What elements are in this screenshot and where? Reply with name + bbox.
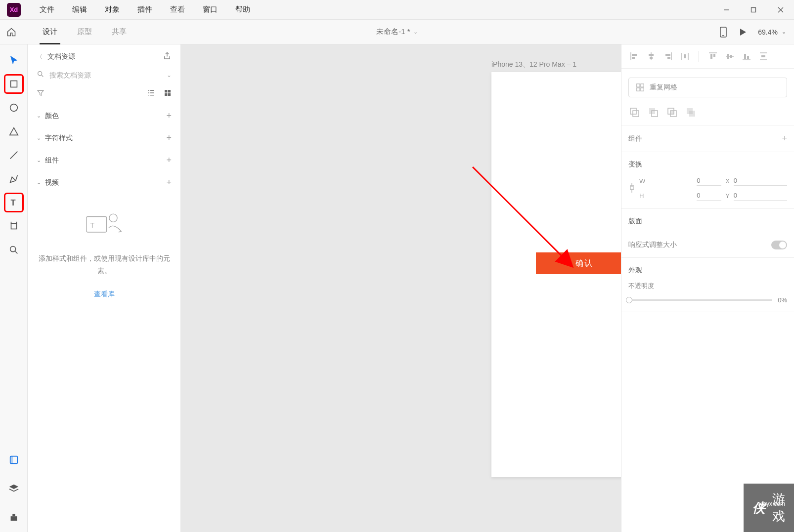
- add-icon[interactable]: +: [782, 133, 787, 144]
- svg-rect-48: [710, 54, 712, 59]
- minimize-button[interactable]: [712, 0, 740, 20]
- tab-share[interactable]: 共享: [102, 20, 136, 44]
- x-input[interactable]: 0: [734, 176, 787, 186]
- line-tool[interactable]: [4, 145, 24, 165]
- search-input[interactable]: [49, 71, 162, 79]
- filter-icon[interactable]: [37, 89, 44, 99]
- svg-rect-58: [761, 55, 765, 57]
- select-tool[interactable]: [4, 50, 24, 70]
- align-center-v-icon[interactable]: [724, 50, 736, 62]
- svg-rect-43: [667, 57, 670, 59]
- section-char-styles[interactable]: ⌄字符样式+: [28, 127, 180, 149]
- section-colors[interactable]: ⌄颜色+: [28, 105, 180, 127]
- section-video[interactable]: ⌄视频+: [28, 171, 180, 194]
- svg-rect-51: [727, 54, 729, 59]
- add-icon[interactable]: +: [166, 177, 172, 188]
- empty-state: T 添加样式和组件，或使用现有设计库中的元素。 查看库: [28, 194, 180, 316]
- svg-rect-10: [11, 224, 16, 229]
- align-center-h-icon[interactable]: [645, 50, 657, 62]
- chevron-down-icon: ⌄: [37, 157, 41, 164]
- menu-view[interactable]: 查看: [161, 0, 194, 20]
- menu-window[interactable]: 窗口: [194, 0, 226, 20]
- add-icon[interactable]: +: [166, 155, 172, 165]
- distribute-v-icon[interactable]: [757, 50, 769, 62]
- section-components[interactable]: ⌄组件+: [28, 149, 180, 171]
- text-tool[interactable]: T: [4, 193, 24, 212]
- menu-help[interactable]: 帮助: [226, 0, 259, 20]
- align-left-icon[interactable]: [628, 50, 640, 62]
- zoom-tool[interactable]: [4, 240, 24, 260]
- height-input[interactable]: 0: [697, 191, 721, 201]
- svg-rect-28: [168, 90, 171, 92]
- layers-panel-button[interactable]: [4, 479, 24, 498]
- menu-file[interactable]: 文件: [31, 0, 63, 20]
- home-button[interactable]: [0, 27, 23, 37]
- mobile-preview-icon[interactable]: [719, 27, 727, 38]
- boolean-ops: [621, 102, 794, 125]
- transform-label: 变换: [628, 160, 787, 169]
- add-icon[interactable]: +: [166, 133, 172, 143]
- confirm-button[interactable]: 确认: [536, 252, 621, 274]
- component-label: 组件: [628, 134, 642, 143]
- artboard-label[interactable]: iPhone 13、12 Pro Max – 1: [491, 60, 576, 69]
- align-right-icon[interactable]: [662, 50, 674, 62]
- pen-tool[interactable]: [4, 169, 24, 189]
- align-top-icon[interactable]: [707, 50, 719, 62]
- lock-icon[interactable]: [628, 182, 635, 195]
- plugins-panel-button[interactable]: [4, 507, 24, 527]
- search-icon: [37, 70, 44, 80]
- svg-rect-72: [630, 186, 633, 189]
- rectangle-tool[interactable]: [4, 74, 24, 94]
- list-view-icon[interactable]: [147, 89, 156, 99]
- share-icon[interactable]: [163, 51, 172, 62]
- add-icon[interactable]: +: [166, 111, 172, 121]
- menu-plugins[interactable]: 插件: [129, 0, 161, 20]
- menu-object[interactable]: 对象: [96, 0, 129, 20]
- svg-rect-1: [751, 7, 755, 12]
- chevron-down-icon: ⌄: [782, 29, 786, 35]
- document-title[interactable]: 未命名-1 * ⌄: [376, 27, 417, 37]
- svg-rect-30: [168, 93, 171, 96]
- artboard-tool[interactable]: [4, 216, 24, 236]
- distribute-h-icon[interactable]: [679, 50, 691, 62]
- tab-prototype[interactable]: 原型: [67, 20, 102, 44]
- view-library-link[interactable]: 查看库: [38, 287, 171, 301]
- svg-rect-46: [684, 54, 686, 58]
- assets-panel-button[interactable]: [4, 450, 24, 470]
- back-button[interactable]: 〈: [37, 53, 43, 61]
- svg-rect-60: [641, 84, 644, 87]
- appearance-section: 外观 不透明度 0%: [621, 258, 794, 312]
- play-icon[interactable]: [738, 28, 747, 37]
- responsive-toggle[interactable]: [771, 241, 787, 249]
- svg-rect-42: [665, 54, 670, 56]
- width-label: W: [639, 177, 693, 185]
- polygon-tool[interactable]: [4, 122, 24, 141]
- align-controls: [621, 44, 794, 69]
- width-input[interactable]: 0: [697, 176, 721, 186]
- opacity-value: 0%: [778, 296, 787, 304]
- tab-design[interactable]: 设计: [33, 20, 67, 44]
- artboard[interactable]: 确认: [491, 72, 621, 477]
- grid-view-icon[interactable]: [164, 89, 172, 99]
- svg-text:T: T: [90, 221, 94, 229]
- y-input[interactable]: 0: [734, 191, 787, 201]
- exclude-icon[interactable]: [685, 106, 697, 118]
- home-icon: [6, 27, 16, 37]
- menu-edit[interactable]: 编辑: [63, 0, 96, 20]
- repeat-grid-button[interactable]: 重复网格: [628, 78, 787, 97]
- svg-rect-59: [637, 84, 640, 87]
- subtract-icon[interactable]: [647, 106, 659, 118]
- opacity-slider[interactable]: [628, 299, 772, 301]
- canvas[interactable]: iPhone 13、12 Pro Max – 1 确认: [181, 44, 621, 532]
- align-bottom-icon[interactable]: [741, 50, 752, 62]
- intersect-icon[interactable]: [666, 106, 678, 118]
- chevron-down-icon[interactable]: ⌄: [167, 72, 172, 79]
- zoom-control[interactable]: 69.4% ⌄: [758, 28, 786, 36]
- responsive-label: 响应式调整大小: [628, 241, 677, 249]
- union-icon[interactable]: [628, 106, 640, 118]
- close-button[interactable]: [767, 0, 794, 20]
- svg-rect-17: [10, 516, 17, 521]
- ellipse-tool[interactable]: [4, 98, 24, 118]
- maximize-button[interactable]: [740, 0, 767, 20]
- svg-rect-63: [630, 108, 636, 114]
